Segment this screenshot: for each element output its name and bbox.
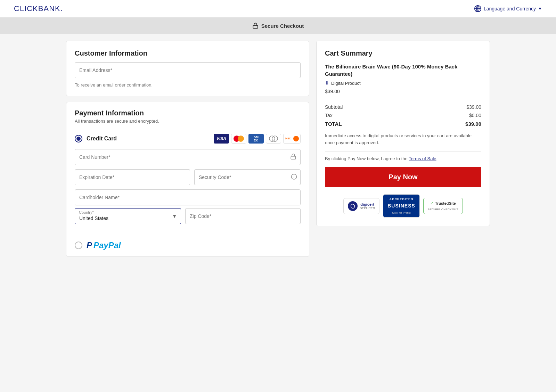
payment-info-title: Payment Information <box>75 109 301 117</box>
cart-summary: Cart Summary The Billionaire Brain Wave … <box>316 41 490 226</box>
paypal-option: P PayPal <box>66 234 309 256</box>
security-info-icon[interactable] <box>291 174 297 181</box>
card-number-wrapper <box>75 149 301 165</box>
credit-card-radio[interactable] <box>75 135 82 142</box>
tax-label: Tax <box>325 113 333 118</box>
language-currency-button[interactable]: Language and Currency ▼ <box>474 5 542 13</box>
total-row: TOTAL $39.00 <box>325 121 481 127</box>
country-wrapper: Country* United States ▼ <box>75 208 181 224</box>
discover-icon: DISC <box>283 134 301 144</box>
bbb-click-label: Click for Profile <box>392 211 411 214</box>
digital-product-row: ⬇ Digital Product <box>325 80 481 86</box>
customer-info-title: Customer Information <box>75 49 301 57</box>
logo[interactable]: CLICKBANK. <box>14 4 63 13</box>
terms-suffix: . <box>436 156 438 161</box>
card-number-input[interactable] <box>75 149 301 165</box>
credit-card-label: Credit Card <box>87 136 210 142</box>
card-icons: VISA AMEX <box>214 134 301 144</box>
svg-point-8 <box>293 136 299 141</box>
subtotal-row: Subtotal $39.00 <box>325 104 481 110</box>
diners-icon <box>266 134 281 144</box>
expiry-input[interactable] <box>75 169 190 185</box>
customer-info-section: Customer Information To receive an email… <box>66 41 309 96</box>
subtotal-label: Subtotal <box>325 104 343 110</box>
digicert-badge[interactable]: digicert SECURED <box>343 198 379 214</box>
paypal-aypal: PayPal <box>93 240 121 250</box>
logo-click: CLICK <box>14 4 38 13</box>
radio-inner <box>76 137 81 141</box>
security-code-input[interactable] <box>194 169 301 185</box>
svg-rect-4 <box>253 25 258 28</box>
digicert-secured-label: SECURED <box>360 206 375 210</box>
header: CLICKBANK. Language and Currency ▼ <box>0 0 556 18</box>
lang-currency-label: Language and Currency <box>484 6 536 11</box>
product-price: $39.00 <box>325 89 481 94</box>
terms-text: By clicking Pay Now below, I agree to th… <box>325 156 481 161</box>
main-content: Customer Information To receive an email… <box>52 34 504 264</box>
paypal-radio[interactable] <box>75 242 82 249</box>
total-value: $39.00 <box>465 121 481 127</box>
credit-card-option: Credit Card VISA AMEX <box>66 128 309 234</box>
credit-card-header: Credit Card VISA AMEX <box>75 134 301 144</box>
payment-header: Payment Information All transactions are… <box>66 102 309 128</box>
total-label: TOTAL <box>325 121 342 127</box>
zip-code-input[interactable] <box>185 208 301 224</box>
security-wrapper <box>194 169 301 185</box>
cart-divider-1 <box>325 100 481 100</box>
payment-info-section: Payment Information All transactions are… <box>66 102 309 257</box>
trusted-check-icon: ✓ <box>430 201 434 206</box>
country-label: Country* <box>79 210 94 214</box>
secure-checkout-label: Secure Checkout <box>261 23 304 29</box>
paypal-logo: P PayPal <box>87 240 121 250</box>
bbb-accredited-label: ACCREDITED <box>390 197 414 201</box>
svg-rect-9 <box>291 156 296 159</box>
cart-title: Cart Summary <box>325 49 481 57</box>
country-zip-row: Country* United States ▼ <box>75 208 301 224</box>
mastercard-icon <box>231 134 246 144</box>
terms-of-sale-link[interactable]: Terms of Sale <box>409 156 436 161</box>
digital-product-label: Digital Product <box>331 81 361 86</box>
email-input[interactable] <box>75 62 301 78</box>
cardholder-name-input[interactable] <box>75 189 301 205</box>
amex-icon: AMEX <box>248 134 264 144</box>
trustedsite-badge[interactable]: ✓ TrustedSite SECURE CHECKOUT <box>423 198 463 214</box>
trust-badges: digicert SECURED ACCREDITED BUSINESS Cli… <box>325 194 481 218</box>
left-column: Customer Information To receive an email… <box>66 41 309 257</box>
right-column: Cart Summary The Billionaire Brain Wave … <box>316 41 490 257</box>
logo-bank: BANK. <box>38 4 63 13</box>
paypal-p: P <box>87 240 92 250</box>
trustedsite-sublabel: SECURE CHECKOUT <box>428 208 458 211</box>
bbb-badge[interactable]: ACCREDITED BUSINESS Click for Profile <box>383 194 420 218</box>
download-icon: ⬇ <box>325 80 329 86</box>
cart-divider-2 <box>325 152 481 152</box>
product-name: The Billionaire Brain Wave (90-Day 100% … <box>325 63 481 77</box>
email-hint: To receive an email order confirmation. <box>75 82 301 88</box>
payment-info-subtitle: All transactions are secure and encrypte… <box>75 119 301 124</box>
visa-icon: VISA <box>214 134 229 144</box>
pay-now-button[interactable]: Pay Now <box>325 167 481 187</box>
digicert-shield-icon <box>348 201 358 211</box>
lock-icon <box>252 23 259 29</box>
expiry-security-row <box>75 169 301 185</box>
globe-icon <box>474 5 482 13</box>
secure-checkout-banner: Secure Checkout <box>0 18 556 34</box>
svg-text:DISC: DISC <box>285 137 291 140</box>
tax-row: Tax $0.00 <box>325 113 481 118</box>
access-note: Immediate access to digital products or … <box>325 132 481 146</box>
subtotal-value: $39.00 <box>466 104 481 110</box>
tax-value: $0.00 <box>469 113 481 118</box>
trustedsite-label: TrustedSite <box>435 201 456 205</box>
chevron-down-icon: ▼ <box>538 6 542 11</box>
terms-prefix: By clicking Pay Now below, I agree to th… <box>325 156 409 161</box>
card-lock-icon <box>290 154 296 161</box>
bbb-label: BUSINESS <box>387 203 415 209</box>
